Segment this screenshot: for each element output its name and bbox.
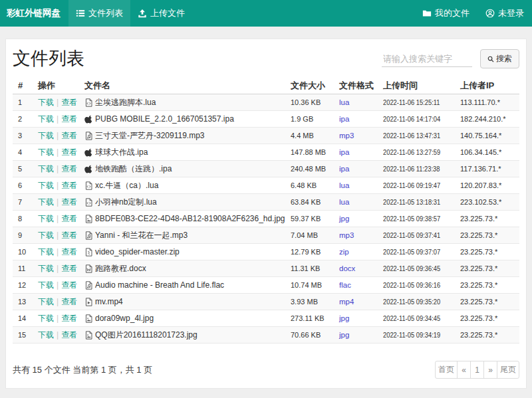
page-number-button[interactable]: 1	[470, 361, 484, 379]
download-link[interactable]: 下载	[38, 264, 54, 273]
download-link[interactable]: 下载	[38, 197, 54, 207]
nav-item-my-files[interactable]: 我的文件	[414, 0, 477, 27]
view-link[interactable]: 查看	[61, 314, 77, 323]
download-link[interactable]: 下载	[38, 114, 54, 124]
file-size: 147.88 MB	[285, 144, 334, 161]
view-link[interactable]: 查看	[61, 131, 77, 140]
row-actions: 下载|查看	[33, 244, 79, 260]
download-link[interactable]: 下载	[38, 131, 54, 140]
download-link[interactable]: 下载	[38, 148, 54, 157]
search-input[interactable]	[382, 51, 472, 67]
download-link[interactable]: 下载	[38, 231, 54, 240]
file-format-cell: lua	[334, 194, 378, 211]
view-link[interactable]: 查看	[61, 247, 77, 256]
upload-time: 2022-11-05 09:36:16	[383, 280, 440, 290]
column-header: 上传时间	[378, 78, 455, 94]
download-link[interactable]: 下载	[38, 164, 54, 173]
row-index: 11	[13, 260, 33, 277]
file-format-cell: docx	[334, 260, 378, 277]
download-link[interactable]: 下载	[38, 181, 54, 190]
list-icon	[76, 9, 85, 18]
view-link[interactable]: 查看	[61, 264, 77, 273]
nav-item-file-list[interactable]: 文件列表	[68, 0, 130, 27]
file-format-link[interactable]: jpg	[339, 215, 349, 223]
file-word-icon	[84, 264, 93, 273]
download-link[interactable]: 下载	[38, 98, 54, 107]
view-link[interactable]: 查看	[61, 330, 77, 340]
first-page-button[interactable]: 首页	[435, 361, 458, 379]
row-actions: 下载|查看	[33, 327, 79, 344]
nav-item-upload[interactable]: 上传文件	[130, 0, 192, 27]
file-format-link[interactable]: flac	[339, 281, 351, 289]
file-format-link[interactable]: mp3	[339, 132, 354, 140]
row-index: 9	[13, 227, 33, 244]
view-link[interactable]: 查看	[61, 280, 77, 290]
file-format-link[interactable]: lua	[339, 98, 349, 106]
file-size: 4.4 MB	[285, 128, 334, 144]
file-name-cell: 8BDFE0B3-CE22-4D48-AB12-81908A2F6236_hd.…	[79, 211, 285, 227]
download-link[interactable]: 下载	[38, 280, 54, 290]
file-table: #操作文件名文件大小文件格式上传时间上传者IP 1下载|查看尘埃逃跑脚本.lua…	[13, 78, 519, 344]
download-link[interactable]: 下载	[38, 330, 54, 340]
download-link[interactable]: 下载	[38, 247, 54, 256]
file-code-icon	[84, 181, 93, 190]
view-link[interactable]: 查看	[61, 197, 77, 207]
row-actions: 下载|查看	[33, 294, 79, 310]
apple-icon	[84, 148, 93, 157]
file-format-link[interactable]: ipa	[339, 148, 349, 156]
file-format-link[interactable]: mp3	[339, 231, 354, 239]
view-link[interactable]: 查看	[61, 231, 77, 240]
file-name: mv.mp4	[95, 296, 123, 307]
uploader-ip: 23.225.73.*	[455, 211, 519, 227]
view-link[interactable]: 查看	[61, 297, 77, 306]
file-format-link[interactable]: ipa	[339, 115, 349, 123]
file-size: 10.36 KB	[285, 94, 334, 111]
nav-item-login-status[interactable]: 未登录	[477, 0, 532, 27]
next-page-button[interactable]: »	[483, 361, 497, 379]
uploader-ip: 182.244.210.*	[455, 111, 519, 128]
file-name: QQ图片20161118201723.jpg	[95, 330, 198, 340]
row-index: 8	[13, 211, 33, 227]
upload-time: 2022-11-05 09:35:20	[383, 296, 440, 307]
last-page-button[interactable]: 尾页	[497, 361, 519, 379]
view-link[interactable]: 查看	[61, 214, 77, 223]
search-icon	[487, 56, 494, 62]
download-link[interactable]: 下载	[38, 214, 54, 223]
file-size: 11.31 KB	[285, 260, 334, 277]
file-name: PUBG MOBILE_2.2.0_1667051357.ipa	[95, 114, 234, 124]
file-format-link[interactable]: zip	[339, 248, 349, 256]
file-format-link[interactable]: lua	[339, 198, 349, 206]
file-format-link[interactable]: docx	[339, 264, 355, 272]
view-link[interactable]: 查看	[61, 98, 77, 107]
uploader-ip: 223.102.53.*	[455, 194, 519, 211]
file-format-link[interactable]: jpg	[339, 331, 349, 339]
download-link[interactable]: 下载	[38, 314, 54, 323]
view-link[interactable]: 查看	[61, 148, 77, 157]
row-index: 7	[13, 194, 33, 211]
view-link[interactable]: 查看	[61, 181, 77, 190]
upload-time-cell: 2022-11-05 09:36:16	[378, 277, 455, 294]
file-format-link[interactable]: mp4	[339, 298, 354, 306]
apple-icon	[84, 165, 93, 173]
download-link[interactable]: 下载	[38, 297, 54, 306]
file-format-link[interactable]: jpg	[339, 314, 349, 322]
file-video-icon	[84, 298, 93, 306]
file-format-link[interactable]: lua	[339, 181, 349, 189]
file-name-cell: mv.mp4	[79, 294, 285, 310]
file-row: 8下载|查看8BDFE0B3-CE22-4D48-AB12-81908A2F62…	[13, 211, 519, 227]
upload-time-cell: 2022-11-05 13:18:31	[378, 194, 455, 211]
view-link[interactable]: 查看	[61, 164, 77, 173]
upload-time-cell: 2022-11-05 09:38:57	[378, 211, 455, 227]
file-format-cell: ipa	[334, 161, 378, 177]
view-link[interactable]: 查看	[61, 114, 77, 124]
prev-page-button[interactable]: «	[457, 361, 471, 379]
file-format-link[interactable]: ipa	[339, 165, 349, 173]
upload-time: 2022-11-06 13:27:59	[383, 147, 440, 157]
upload-time: 2022-11-05 09:38:57	[383, 213, 440, 224]
row-index: 14	[13, 310, 33, 327]
file-row: 4下载|查看球球大作战.ipa147.88 MBipa2022-11-06 13…	[13, 144, 519, 161]
search-button[interactable]: 搜索	[480, 49, 519, 68]
file-format-cell: zip	[334, 244, 378, 260]
file-audio-icon	[84, 132, 93, 140]
column-header: 操作	[33, 78, 79, 94]
